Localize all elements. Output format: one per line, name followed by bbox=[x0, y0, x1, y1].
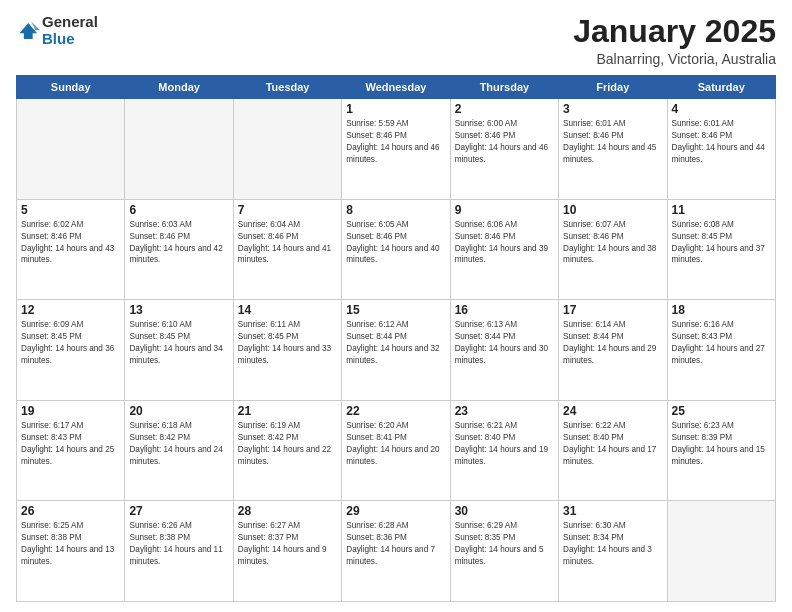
calendar-cell: 13Sunrise: 6:10 AM Sunset: 8:45 PM Dayli… bbox=[125, 300, 233, 401]
day-info: Sunrise: 6:27 AM Sunset: 8:37 PM Dayligh… bbox=[238, 520, 337, 568]
calendar-week-row: 1Sunrise: 5:59 AM Sunset: 8:46 PM Daylig… bbox=[17, 99, 776, 200]
calendar-cell: 2Sunrise: 6:00 AM Sunset: 8:46 PM Daylig… bbox=[450, 99, 558, 200]
calendar-cell bbox=[17, 99, 125, 200]
calendar-cell: 12Sunrise: 6:09 AM Sunset: 8:45 PM Dayli… bbox=[17, 300, 125, 401]
day-info: Sunrise: 6:05 AM Sunset: 8:46 PM Dayligh… bbox=[346, 219, 445, 267]
day-info: Sunrise: 6:11 AM Sunset: 8:45 PM Dayligh… bbox=[238, 319, 337, 367]
weekday-header: Tuesday bbox=[233, 76, 341, 99]
day-number: 30 bbox=[455, 504, 554, 518]
day-info: Sunrise: 6:14 AM Sunset: 8:44 PM Dayligh… bbox=[563, 319, 662, 367]
day-number: 15 bbox=[346, 303, 445, 317]
weekday-header: Sunday bbox=[17, 76, 125, 99]
logo-general-text: General bbox=[42, 14, 98, 31]
logo-blue-text: Blue bbox=[42, 31, 98, 48]
calendar-cell bbox=[233, 99, 341, 200]
day-number: 12 bbox=[21, 303, 120, 317]
logo: General Blue bbox=[16, 14, 98, 47]
page: General Blue January 2025 Balnarring, Vi… bbox=[0, 0, 792, 612]
day-number: 21 bbox=[238, 404, 337, 418]
day-info: Sunrise: 6:18 AM Sunset: 8:42 PM Dayligh… bbox=[129, 420, 228, 468]
day-info: Sunrise: 6:21 AM Sunset: 8:40 PM Dayligh… bbox=[455, 420, 554, 468]
calendar-cell: 10Sunrise: 6:07 AM Sunset: 8:46 PM Dayli… bbox=[559, 199, 667, 300]
day-number: 25 bbox=[672, 404, 771, 418]
header: General Blue January 2025 Balnarring, Vi… bbox=[16, 14, 776, 67]
day-number: 26 bbox=[21, 504, 120, 518]
calendar-cell: 28Sunrise: 6:27 AM Sunset: 8:37 PM Dayli… bbox=[233, 501, 341, 602]
calendar-cell: 11Sunrise: 6:08 AM Sunset: 8:45 PM Dayli… bbox=[667, 199, 775, 300]
title-block: January 2025 Balnarring, Victoria, Austr… bbox=[573, 14, 776, 67]
calendar-cell: 19Sunrise: 6:17 AM Sunset: 8:43 PM Dayli… bbox=[17, 400, 125, 501]
calendar-cell: 17Sunrise: 6:14 AM Sunset: 8:44 PM Dayli… bbox=[559, 300, 667, 401]
weekday-header: Thursday bbox=[450, 76, 558, 99]
weekday-header: Saturday bbox=[667, 76, 775, 99]
calendar-cell: 8Sunrise: 6:05 AM Sunset: 8:46 PM Daylig… bbox=[342, 199, 450, 300]
calendar-cell: 23Sunrise: 6:21 AM Sunset: 8:40 PM Dayli… bbox=[450, 400, 558, 501]
calendar-week-row: 12Sunrise: 6:09 AM Sunset: 8:45 PM Dayli… bbox=[17, 300, 776, 401]
calendar-cell: 5Sunrise: 6:02 AM Sunset: 8:46 PM Daylig… bbox=[17, 199, 125, 300]
day-info: Sunrise: 6:30 AM Sunset: 8:34 PM Dayligh… bbox=[563, 520, 662, 568]
calendar-week-row: 19Sunrise: 6:17 AM Sunset: 8:43 PM Dayli… bbox=[17, 400, 776, 501]
day-number: 14 bbox=[238, 303, 337, 317]
calendar-cell: 6Sunrise: 6:03 AM Sunset: 8:46 PM Daylig… bbox=[125, 199, 233, 300]
day-info: Sunrise: 6:23 AM Sunset: 8:39 PM Dayligh… bbox=[672, 420, 771, 468]
calendar-cell: 16Sunrise: 6:13 AM Sunset: 8:44 PM Dayli… bbox=[450, 300, 558, 401]
day-number: 9 bbox=[455, 203, 554, 217]
day-number: 20 bbox=[129, 404, 228, 418]
day-info: Sunrise: 6:25 AM Sunset: 8:38 PM Dayligh… bbox=[21, 520, 120, 568]
calendar-cell: 15Sunrise: 6:12 AM Sunset: 8:44 PM Dayli… bbox=[342, 300, 450, 401]
logo-icon bbox=[18, 20, 40, 42]
day-info: Sunrise: 6:20 AM Sunset: 8:41 PM Dayligh… bbox=[346, 420, 445, 468]
day-info: Sunrise: 6:28 AM Sunset: 8:36 PM Dayligh… bbox=[346, 520, 445, 568]
day-number: 23 bbox=[455, 404, 554, 418]
calendar-cell: 22Sunrise: 6:20 AM Sunset: 8:41 PM Dayli… bbox=[342, 400, 450, 501]
weekday-header-row: SundayMondayTuesdayWednesdayThursdayFrid… bbox=[17, 76, 776, 99]
calendar-cell: 31Sunrise: 6:30 AM Sunset: 8:34 PM Dayli… bbox=[559, 501, 667, 602]
day-info: Sunrise: 6:10 AM Sunset: 8:45 PM Dayligh… bbox=[129, 319, 228, 367]
day-info: Sunrise: 6:03 AM Sunset: 8:46 PM Dayligh… bbox=[129, 219, 228, 267]
day-number: 22 bbox=[346, 404, 445, 418]
day-number: 6 bbox=[129, 203, 228, 217]
calendar-cell: 14Sunrise: 6:11 AM Sunset: 8:45 PM Dayli… bbox=[233, 300, 341, 401]
weekday-header: Friday bbox=[559, 76, 667, 99]
day-info: Sunrise: 6:13 AM Sunset: 8:44 PM Dayligh… bbox=[455, 319, 554, 367]
calendar-cell: 3Sunrise: 6:01 AM Sunset: 8:46 PM Daylig… bbox=[559, 99, 667, 200]
calendar-cell: 24Sunrise: 6:22 AM Sunset: 8:40 PM Dayli… bbox=[559, 400, 667, 501]
day-info: Sunrise: 6:29 AM Sunset: 8:35 PM Dayligh… bbox=[455, 520, 554, 568]
day-number: 18 bbox=[672, 303, 771, 317]
calendar-cell: 4Sunrise: 6:01 AM Sunset: 8:46 PM Daylig… bbox=[667, 99, 775, 200]
day-info: Sunrise: 6:09 AM Sunset: 8:45 PM Dayligh… bbox=[21, 319, 120, 367]
calendar-cell: 27Sunrise: 6:26 AM Sunset: 8:38 PM Dayli… bbox=[125, 501, 233, 602]
day-number: 7 bbox=[238, 203, 337, 217]
day-info: Sunrise: 6:07 AM Sunset: 8:46 PM Dayligh… bbox=[563, 219, 662, 267]
calendar-cell bbox=[125, 99, 233, 200]
calendar-table: SundayMondayTuesdayWednesdayThursdayFrid… bbox=[16, 75, 776, 602]
weekday-header: Wednesday bbox=[342, 76, 450, 99]
title-month: January 2025 bbox=[573, 14, 776, 49]
day-number: 1 bbox=[346, 102, 445, 116]
day-info: Sunrise: 6:02 AM Sunset: 8:46 PM Dayligh… bbox=[21, 219, 120, 267]
day-number: 4 bbox=[672, 102, 771, 116]
calendar-week-row: 5Sunrise: 6:02 AM Sunset: 8:46 PM Daylig… bbox=[17, 199, 776, 300]
title-location: Balnarring, Victoria, Australia bbox=[573, 51, 776, 67]
day-info: Sunrise: 6:08 AM Sunset: 8:45 PM Dayligh… bbox=[672, 219, 771, 267]
day-number: 2 bbox=[455, 102, 554, 116]
calendar-cell: 18Sunrise: 6:16 AM Sunset: 8:43 PM Dayli… bbox=[667, 300, 775, 401]
weekday-header: Monday bbox=[125, 76, 233, 99]
day-number: 31 bbox=[563, 504, 662, 518]
calendar-cell bbox=[667, 501, 775, 602]
calendar-cell: 9Sunrise: 6:06 AM Sunset: 8:46 PM Daylig… bbox=[450, 199, 558, 300]
day-info: Sunrise: 6:17 AM Sunset: 8:43 PM Dayligh… bbox=[21, 420, 120, 468]
day-info: Sunrise: 6:16 AM Sunset: 8:43 PM Dayligh… bbox=[672, 319, 771, 367]
day-number: 8 bbox=[346, 203, 445, 217]
day-number: 16 bbox=[455, 303, 554, 317]
logo-text: General Blue bbox=[42, 14, 98, 47]
day-number: 11 bbox=[672, 203, 771, 217]
day-info: Sunrise: 6:04 AM Sunset: 8:46 PM Dayligh… bbox=[238, 219, 337, 267]
day-number: 13 bbox=[129, 303, 228, 317]
calendar-week-row: 26Sunrise: 6:25 AM Sunset: 8:38 PM Dayli… bbox=[17, 501, 776, 602]
day-number: 27 bbox=[129, 504, 228, 518]
calendar-cell: 25Sunrise: 6:23 AM Sunset: 8:39 PM Dayli… bbox=[667, 400, 775, 501]
calendar-cell: 1Sunrise: 5:59 AM Sunset: 8:46 PM Daylig… bbox=[342, 99, 450, 200]
day-info: Sunrise: 6:19 AM Sunset: 8:42 PM Dayligh… bbox=[238, 420, 337, 468]
day-info: Sunrise: 6:26 AM Sunset: 8:38 PM Dayligh… bbox=[129, 520, 228, 568]
